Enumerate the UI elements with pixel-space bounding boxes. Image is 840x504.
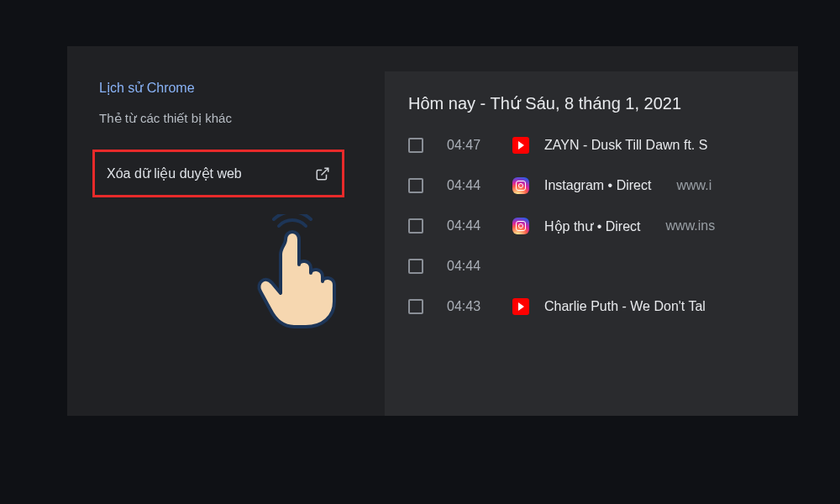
svg-line-0 (322, 168, 328, 175)
instagram-icon (512, 177, 529, 194)
youtube-icon (512, 298, 529, 315)
history-rows: 04:47 ZAYN - Dusk Till Dawn ft. S 04:44 … (408, 135, 798, 317)
history-row[interactable]: 04:47 ZAYN - Dusk Till Dawn ft. S (408, 135, 798, 155)
row-time: 04:44 (447, 259, 489, 274)
row-time: 04:44 (447, 218, 489, 234)
row-domain: www.ins (666, 218, 716, 234)
youtube-icon (512, 137, 529, 154)
history-list: Hôm nay - Thứ Sáu, 8 tháng 1, 2021 04:47… (385, 71, 798, 416)
row-checkbox[interactable] (408, 259, 423, 274)
history-row[interactable]: 04:44 (408, 256, 798, 276)
sidebar-item-label: Thẻ từ các thiết bị khác (99, 111, 232, 125)
history-panel: Lịch sử Chrome Thẻ từ các thiết bị khác … (67, 46, 798, 416)
row-checkbox[interactable] (408, 178, 423, 193)
row-time: 04:47 (447, 138, 489, 153)
sidebar: Lịch sử Chrome Thẻ từ các thiết bị khác … (92, 73, 361, 197)
sidebar-item-history[interactable]: Lịch sử Chrome (92, 73, 361, 102)
history-row[interactable]: 04:44 Hộp thư • Direct www.ins (408, 216, 798, 236)
history-row[interactable]: 04:43 Charlie Puth - We Don't Tal (408, 297, 798, 317)
history-row[interactable]: 04:44 Instagram • Direct www.i (408, 176, 798, 196)
sidebar-item-label: Lịch sử Chrome (99, 81, 195, 95)
row-time: 04:44 (447, 178, 489, 193)
clear-browsing-data-button[interactable]: Xóa dữ liệu duyệt web (92, 150, 344, 197)
row-title: Instagram • Direct (544, 178, 651, 193)
instagram-icon (512, 218, 529, 234)
row-checkbox[interactable] (408, 138, 423, 153)
row-time: 04:43 (447, 299, 489, 314)
row-title: Charlie Puth - We Don't Tal (544, 299, 706, 314)
row-checkbox[interactable] (408, 299, 423, 314)
clear-data-label: Xóa dữ liệu duyệt web (107, 165, 242, 181)
row-checkbox[interactable] (408, 218, 423, 234)
row-title: ZAYN - Dusk Till Dawn ft. S (544, 138, 707, 153)
sidebar-item-other-devices[interactable]: Thẻ từ các thiết bị khác (92, 102, 361, 134)
open-external-icon (315, 166, 330, 181)
date-header: Hôm nay - Thứ Sáu, 8 tháng 1, 2021 (408, 93, 798, 113)
row-domain: www.i (676, 178, 711, 193)
row-title: Hộp thư • Direct (544, 218, 641, 234)
